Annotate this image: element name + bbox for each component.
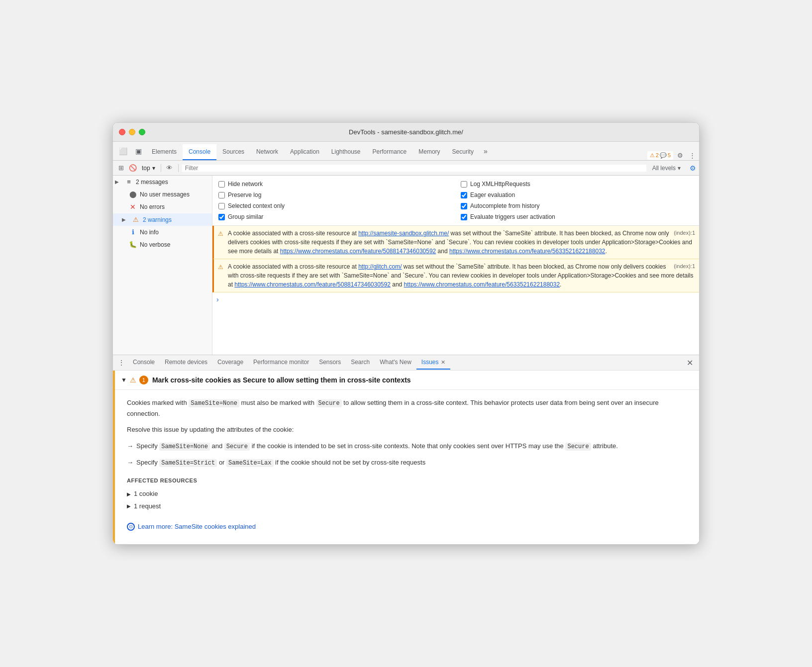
bottom-tab-search[interactable]: Search — [346, 356, 375, 370]
link-chromestatus-1b[interactable]: https://www.chromestatus.com/feature/563… — [449, 248, 606, 255]
minimize-button[interactable] — [129, 129, 135, 135]
sidebar-info-label: No info — [140, 229, 159, 236]
resolve-item-1-text: Specify SameSite=None and Secure if the … — [136, 441, 618, 452]
more-tabs-button[interactable]: » — [480, 142, 492, 160]
eye-icon[interactable]: 👁 — [165, 163, 175, 173]
expand-arrow-warnings-icon: ▶ — [122, 217, 129, 222]
bottom-tab-perf-monitor[interactable]: Performance monitor — [248, 356, 314, 370]
warning-triangle-icon: ⚠ — [218, 229, 223, 238]
context-selector[interactable]: top ▾ — [140, 165, 157, 172]
option-eager-eval: Eager evaluation — [461, 191, 693, 199]
code-secure-2: Secure — [224, 443, 250, 451]
issue-item-1: ▼ ⚠ 1 Mark cross-site cookies as Secure … — [113, 371, 699, 544]
resource-expand-icon-1: ▶ — [127, 490, 131, 498]
bottom-tab-console[interactable]: Console — [128, 356, 160, 370]
link-chromestatus-1a[interactable]: https://www.chromestatus.com/feature/508… — [280, 248, 436, 255]
close-issues-tab-icon[interactable]: ✕ — [441, 359, 445, 366]
resolve-item-2-text: Specify SameSite=Strict or SameSite=Lax … — [136, 458, 425, 468]
sidebar-item-info[interactable]: ℹ No info — [113, 226, 212, 238]
tab-lighthouse[interactable]: Lighthouse — [325, 144, 367, 160]
bottom-tab-remote-devices[interactable]: Remote devices — [160, 356, 212, 370]
filter-input[interactable] — [182, 165, 646, 172]
sidebar-item-warnings[interactable]: ▶ ⚠ 2 warnings — [113, 213, 212, 226]
warning-triangle-icon-2: ⚠ — [218, 263, 223, 272]
warning-badge[interactable]: ⚠ 2 💬 5 — [647, 151, 673, 160]
eager-eval-checkbox[interactable] — [461, 192, 467, 198]
issue-intro-paragraph: Cookies marked with SameSite=None must a… — [127, 398, 687, 419]
bottom-tabs-menu[interactable]: ⋮ — [115, 359, 128, 367]
eager-eval-label: Eager evaluation — [470, 191, 515, 198]
bottom-tab-coverage[interactable]: Coverage — [212, 356, 248, 370]
resolve-arrow-icon-1: → — [127, 441, 133, 452]
error-icon: ✕ — [129, 203, 137, 211]
sidebar-item-verbose[interactable]: 🐛 No verbose — [113, 238, 212, 251]
hide-network-checkbox[interactable] — [218, 181, 225, 188]
clear-console-button[interactable]: 🚫 — [128, 163, 138, 173]
devtools-window: DevTools - samesite-sandbox.glitch.me/ ⬜… — [112, 122, 700, 544]
sidebar-messages-label: 2 messages — [136, 179, 168, 186]
tab-elements[interactable]: Elements — [146, 144, 183, 160]
close-button[interactable] — [119, 129, 125, 135]
link-glitch[interactable]: http://glitch.com/ — [358, 263, 402, 270]
line-ref-2[interactable]: (index):1 — [674, 262, 695, 271]
bottom-tab-sensors[interactable]: Sensors — [314, 356, 346, 370]
tab-application[interactable]: Application — [284, 144, 325, 160]
sidebar-item-errors[interactable]: ✕ No errors — [113, 200, 212, 213]
autocomplete-checkbox[interactable] — [461, 203, 467, 209]
cursor-icon[interactable]: ⬜ — [115, 142, 131, 160]
line-ref-1[interactable]: (index):1 — [674, 229, 695, 237]
sidebar-warnings-label: 2 warnings — [143, 216, 172, 223]
maximize-button[interactable] — [139, 129, 145, 135]
warning-message-2: ⚠ (index):1 A cookie associated with a c… — [212, 259, 699, 292]
link-chromestatus-2b[interactable]: https://www.chromestatus.com/feature/563… — [404, 281, 560, 288]
console-sidebar-toggle[interactable]: ⊞ — [116, 163, 126, 173]
hide-network-label: Hide network — [228, 181, 263, 188]
evaluate-triggers-checkbox[interactable] — [461, 214, 467, 220]
bottom-tab-issues[interactable]: Issues ✕ — [416, 356, 450, 370]
tab-security[interactable]: Security — [446, 144, 480, 160]
resource-request[interactable]: ▶ 1 request — [127, 501, 687, 512]
link-chromestatus-2a[interactable]: https://www.chromestatus.com/feature/508… — [234, 281, 391, 288]
resolve-item-2: → Specify SameSite=Strict or SameSite=La… — [127, 458, 687, 468]
more-options-button[interactable]: ⋮ — [687, 150, 697, 160]
tab-memory[interactable]: Memory — [412, 144, 446, 160]
issue-count-badge: 1 — [139, 376, 148, 384]
bottom-tab-whats-new[interactable]: What's New — [375, 356, 416, 370]
warnings-icon: ⚠ — [132, 216, 140, 223]
code-secure-3: Secure — [565, 443, 591, 451]
link-samesite-sandbox[interactable]: http://samesite-sandbox.glitch.me/ — [358, 230, 449, 237]
option-selected-context: Selected context only — [218, 201, 451, 210]
sidebar-item-messages[interactable]: ▶ ≡ 2 messages — [113, 176, 212, 188]
close-panel-button[interactable]: ✕ — [683, 358, 697, 368]
selected-context-checkbox[interactable] — [218, 203, 225, 209]
issue-expand-icon: ▼ — [121, 377, 127, 383]
panel-icon[interactable]: ▣ — [131, 142, 146, 160]
issue-title-1: Mark cross-site cookies as Secure to all… — [152, 376, 411, 384]
resource-request-label: 1 request — [134, 501, 161, 512]
warning-message-1: ⚠ (index):1 A cookie associated with a c… — [212, 226, 699, 259]
resolve-list: → Specify SameSite=None and Secure if th… — [127, 441, 687, 468]
message-icon: 💬 — [660, 152, 667, 159]
tab-performance[interactable]: Performance — [367, 144, 413, 160]
log-xhr-checkbox[interactable] — [461, 181, 467, 188]
resource-cookie[interactable]: ▶ 1 cookie — [127, 489, 687, 499]
log-levels-selector[interactable]: All levels ▾ — [648, 165, 685, 172]
tab-sources[interactable]: Sources — [216, 144, 250, 160]
console-toolbar: ⊞ 🚫 top ▾ 👁 All levels ▾ ⚙ — [113, 161, 699, 176]
preserve-log-checkbox[interactable] — [218, 192, 225, 198]
resolve-item-1: → Specify SameSite=None and Secure if th… — [127, 441, 687, 452]
issue-body-1: Cookies marked with SameSite=None must a… — [115, 390, 699, 544]
code-samesite-none-2: SameSite=None — [159, 443, 210, 451]
console-settings-icon[interactable]: ⚙ — [690, 164, 696, 172]
console-prompt: › — [212, 292, 699, 306]
messages-icon: ≡ — [125, 178, 133, 186]
group-similar-checkbox[interactable] — [218, 214, 225, 220]
sidebar-item-user[interactable]: ⬤ No user messages — [113, 188, 212, 200]
issue-header-1[interactable]: ▼ ⚠ 1 Mark cross-site cookies as Secure … — [115, 371, 699, 390]
tab-network[interactable]: Network — [250, 144, 284, 160]
settings-button[interactable]: ⚙ — [675, 150, 685, 160]
option-autocomplete: Autocomplete from history — [461, 201, 693, 210]
option-log-xhr: Log XMLHttpRequests — [461, 180, 693, 189]
learn-more-link[interactable]: ⊙ Learn more: SameSite cookies explained — [127, 522, 256, 532]
tab-console[interactable]: Console — [183, 144, 216, 160]
